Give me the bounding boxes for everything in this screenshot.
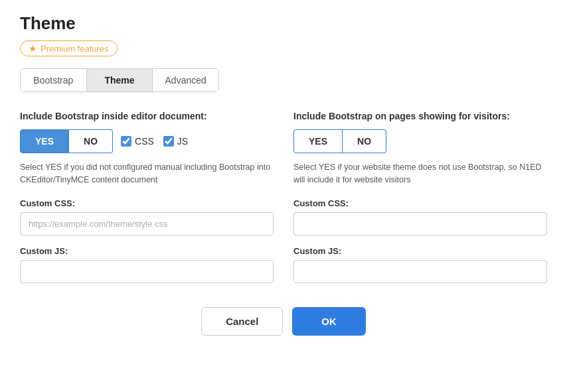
right-column: Include Bootstrap on pages showing for v… xyxy=(293,111,547,294)
left-custom-js-label: Custom JS: xyxy=(20,246,274,256)
right-no-button[interactable]: NO xyxy=(343,129,386,153)
premium-badge-label: Premium features xyxy=(40,44,109,54)
tab-bar: Bootstrap Theme Advanced xyxy=(20,68,219,92)
left-custom-css-label: Custom CSS: xyxy=(20,198,274,208)
right-yes-button[interactable]: YES xyxy=(293,129,343,153)
right-custom-css-label: Custom CSS: xyxy=(293,198,547,208)
left-checkboxes: CSS JS xyxy=(121,136,188,147)
tab-advanced[interactable]: Advanced xyxy=(153,69,218,92)
tab-bootstrap[interactable]: Bootstrap xyxy=(21,69,87,92)
right-section-label: Include Bootstrap on pages showing for v… xyxy=(293,111,547,121)
left-hint: Select YES if you did not configured man… xyxy=(20,161,274,186)
css-label: CSS xyxy=(135,136,154,147)
left-yes-no-row: YES NO CSS JS xyxy=(20,129,274,153)
css-checkbox-label[interactable]: CSS xyxy=(121,136,154,147)
left-custom-js-input[interactable] xyxy=(20,260,274,283)
content-area: Include Bootstrap inside editor document… xyxy=(20,111,547,294)
left-column: Include Bootstrap inside editor document… xyxy=(20,111,274,294)
left-custom-css-input[interactable] xyxy=(20,212,274,235)
right-hint: Select YES if your website theme does no… xyxy=(293,161,547,186)
star-icon: ★ xyxy=(29,43,37,54)
right-custom-js-input[interactable] xyxy=(293,260,547,283)
left-yes-button[interactable]: YES xyxy=(20,129,69,153)
button-row: Cancel OK xyxy=(20,307,547,336)
cancel-button[interactable]: Cancel xyxy=(201,307,283,336)
tab-theme[interactable]: Theme xyxy=(87,69,153,92)
right-yes-no-row: YES NO xyxy=(293,129,547,153)
ok-button[interactable]: OK xyxy=(292,307,366,336)
page-title: Theme xyxy=(20,13,547,34)
css-checkbox[interactable] xyxy=(121,136,131,147)
right-custom-css-input[interactable] xyxy=(293,212,547,235)
js-label: JS xyxy=(177,136,188,147)
left-section-label: Include Bootstrap inside editor document… xyxy=(20,111,274,121)
right-custom-js-label: Custom JS: xyxy=(293,246,547,256)
left-no-button[interactable]: NO xyxy=(69,129,113,153)
premium-badge[interactable]: ★ Premium features xyxy=(20,40,118,56)
js-checkbox[interactable] xyxy=(163,136,174,147)
js-checkbox-label[interactable]: JS xyxy=(163,136,188,147)
